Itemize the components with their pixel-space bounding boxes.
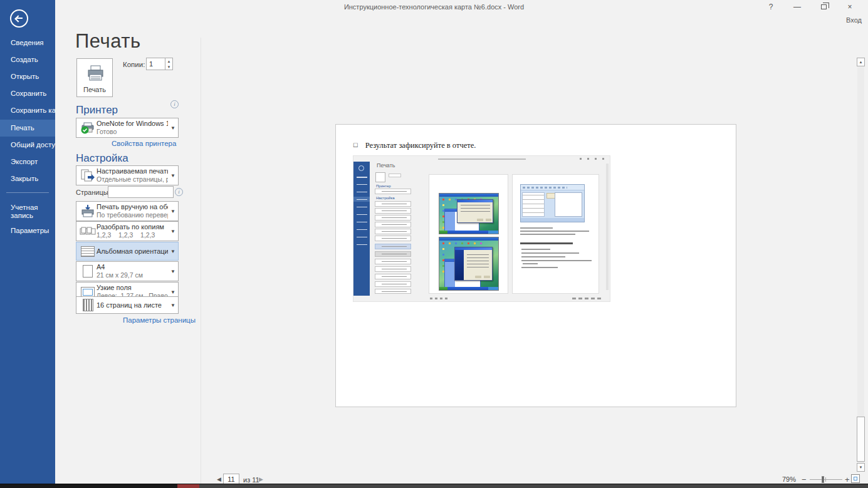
copies-stepper[interactable]: ▲ ▼ <box>165 58 173 70</box>
sidebar-item-options[interactable]: Параметры <box>0 222 55 239</box>
pages-input[interactable] <box>108 186 174 198</box>
sidebar-item-close-doc[interactable]: Закрыть <box>0 170 55 187</box>
sidebar-item-account[interactable]: Учетная запись <box>0 200 50 223</box>
printer-properties-link[interactable]: Свойства принтера <box>112 140 176 147</box>
chevron-down-icon: ▼ <box>168 125 175 131</box>
sidebar-item-save-as[interactable]: Сохранить как <box>0 102 55 119</box>
scroll-up-button[interactable]: ▲ <box>857 58 865 66</box>
mini-dropdown <box>375 215 411 221</box>
zoom-in-button[interactable]: + <box>845 475 850 484</box>
mini-settings-heading: Настройка <box>376 196 395 200</box>
text-line <box>523 263 538 264</box>
scrollbar-track[interactable] <box>857 67 864 463</box>
spin-up-icon[interactable]: ▲ <box>165 58 172 64</box>
sign-in-link[interactable]: Вход <box>846 16 862 24</box>
text-line <box>520 234 575 235</box>
mini-preview-page-right <box>512 174 599 294</box>
scroll-down-button[interactable]: ▼ <box>857 463 865 472</box>
word-window-screenshot <box>520 184 585 222</box>
checkbox-bullet: □ <box>353 141 358 148</box>
margins-label: Узкие поля <box>97 284 168 292</box>
chevron-down-icon: ▼ <box>168 209 175 214</box>
sidebar-item-new[interactable]: Создать <box>0 51 55 68</box>
sidebar-item-info[interactable]: Сведения <box>0 34 55 51</box>
scrollbar-thumb[interactable] <box>857 417 865 462</box>
help-icon: ? <box>769 3 773 11</box>
sidebar-item-share[interactable]: Общий доступ <box>0 137 55 153</box>
custom-print-icon <box>79 169 97 182</box>
next-page-button[interactable]: ▶ <box>259 476 263 482</box>
mini-sidebar <box>353 162 370 296</box>
mini-printer-heading: Принтер <box>376 184 391 188</box>
restore-button[interactable] <box>810 0 837 14</box>
print-button-label: Печать <box>83 86 106 93</box>
text-line <box>520 231 589 232</box>
help-button[interactable]: ? <box>758 0 784 14</box>
mini-dropdown <box>375 236 411 241</box>
collate-sublabel: 1,2,3 1,2,3 1,2,3 <box>97 231 168 239</box>
mini-dropdown <box>375 208 411 214</box>
pages-label: Страницы: <box>76 189 110 196</box>
mini-list-item <box>375 259 411 264</box>
text-line <box>521 249 550 250</box>
copies-input[interactable] <box>146 58 165 70</box>
zoom-slider-thumb[interactable] <box>822 476 824 483</box>
mini-dropdown <box>375 222 411 227</box>
copies-label: Копии: <box>123 61 145 68</box>
minimize-button[interactable]: — <box>784 0 810 14</box>
printer-device-icon <box>79 122 97 134</box>
mini-dropdown <box>375 229 411 234</box>
minimize-icon: — <box>793 3 801 11</box>
print-range-selector[interactable]: Настраиваемая печать Отдельные страницы,… <box>76 165 179 185</box>
zoom-percent-label[interactable]: 79% <box>782 475 796 483</box>
mini-dropdown <box>375 201 411 207</box>
zoom-slider-notch <box>825 477 826 482</box>
document-text-line: □Результат зафиксируйте в отчете. <box>353 141 476 150</box>
collate-selector[interactable]: Разобрать по копиям 1,2,3 1,2,3 1,2,3 ▼ <box>76 221 179 241</box>
paper-size-selector[interactable]: A4 21 см x 29,7 см ▼ <box>76 261 179 281</box>
spin-down-icon[interactable]: ▼ <box>165 64 172 70</box>
zoom-slider-track[interactable] <box>810 479 842 480</box>
text-line <box>521 260 592 261</box>
paper-size-label: A4 <box>97 263 168 271</box>
text-line-bold <box>520 242 573 244</box>
chevron-down-icon: ▼ <box>168 229 175 234</box>
text-line <box>521 267 558 268</box>
pages-info-icon[interactable]: i <box>175 188 183 196</box>
duplex-selector[interactable]: Печать вручную на обеих... По требованию… <box>76 201 179 221</box>
backstage-sidebar: Сведения Создать Открыть Сохранить Сохра… <box>0 0 55 484</box>
chevron-down-icon: ▼ <box>168 269 175 274</box>
page-setup-link[interactable]: Параметры страницы <box>123 316 196 324</box>
printer-icon <box>87 65 104 81</box>
printer-status: Готово <box>97 128 168 136</box>
pages-per-sheet-selector[interactable]: 16 страниц на листе ▼ <box>76 296 179 314</box>
margins-icon <box>79 287 97 298</box>
prev-page-button[interactable]: ◀ <box>217 476 221 482</box>
printer-selector[interactable]: OneNote for Windows 10 Готово ▼ <box>76 118 179 138</box>
zoom-out-button[interactable]: − <box>802 475 807 484</box>
pages-per-sheet-label: 16 страниц на листе <box>97 301 168 309</box>
back-button[interactable] <box>10 9 28 28</box>
printer-info-icon[interactable]: i <box>170 100 179 108</box>
mini-list-item <box>375 281 411 287</box>
print-button[interactable]: Печать <box>76 58 113 97</box>
mini-list-item <box>375 274 411 279</box>
sidebar-item-save[interactable]: Сохранить <box>0 85 55 102</box>
page-count-label: из 11 <box>243 476 259 484</box>
page-title: Печать <box>75 30 141 53</box>
zoom-to-page-icon[interactable] <box>851 474 860 483</box>
xp-desktop-screenshot <box>439 193 499 234</box>
orientation-selector[interactable]: Альбомная ориентация ▼ <box>76 242 179 261</box>
close-button[interactable]: × <box>837 0 863 14</box>
sidebar-item-open[interactable]: Открыть <box>0 68 55 85</box>
preview-scrollbar: ▲ ▼ <box>856 58 865 472</box>
print-preview-page: □Результат зафиксируйте в отчете. Печать… <box>335 124 736 407</box>
manual-duplex-icon <box>79 204 97 218</box>
embedded-screenshot: Печать Принтер Настройка <box>353 156 610 301</box>
sidebar-item-export[interactable]: Экспорт <box>0 153 55 170</box>
sidebar-item-print[interactable]: Печать <box>0 120 55 137</box>
mini-list-item <box>375 266 411 272</box>
paper-size-icon <box>79 265 97 278</box>
chevron-down-icon: ▼ <box>168 249 175 254</box>
mini-list-item-selected <box>375 251 411 257</box>
